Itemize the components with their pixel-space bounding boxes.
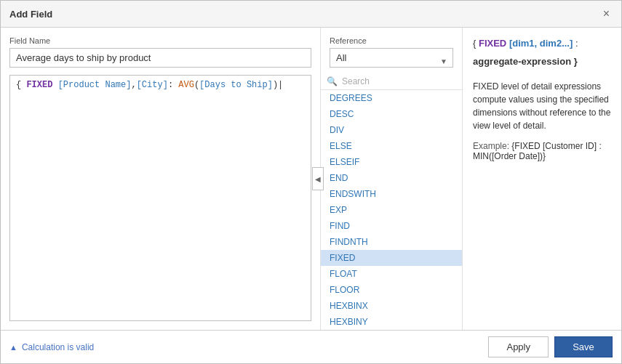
func-FIXED[interactable]: FIXED (321, 250, 462, 266)
calc-status-icon: ▲ (9, 343, 17, 352)
func-FLOAT[interactable]: FLOAT (321, 266, 462, 282)
func-HEXBINX[interactable]: HEXBINX (321, 298, 462, 314)
right-panel: { FIXED [dim1, dim2...] : aggregate-expr… (463, 28, 621, 330)
syntax-aggregate-expr: aggregate-expression } (473, 56, 578, 67)
calc-status-text: Calculation is valid (22, 342, 94, 352)
formula-editor[interactable]: { FIXED [Product Name],[City]: AVG([Days… (9, 75, 311, 321)
search-icon: 🔍 (327, 76, 338, 86)
func-FINDNTH[interactable]: FINDNTH (321, 234, 462, 250)
func-HEXBINY[interactable]: HEXBINY (321, 314, 462, 330)
syntax-box: { FIXED [dim1, dim2...] : aggregate-expr… (473, 36, 611, 70)
middle-panel: Reference All Number String Date Aggrega… (321, 28, 463, 330)
add-field-dialog: Add Field × Field Name { FIXED [Product … (0, 0, 622, 364)
reference-select[interactable]: All Number String Date Aggregate Logical (330, 48, 453, 68)
left-panel: Field Name { FIXED [Product Name],[City]… (1, 28, 321, 330)
footer-buttons: Apply Save (488, 336, 613, 357)
save-button[interactable]: Save (554, 336, 613, 357)
functions-list: DEGREES DESC DIV ELSE ELSEIF END ENDSWIT… (321, 90, 462, 330)
func-ENDSWITH[interactable]: ENDSWITH (321, 186, 462, 202)
field-name-label: Field Name (9, 36, 311, 45)
syntax-brace-open: { (473, 38, 479, 49)
func-DESC[interactable]: DESC (321, 106, 462, 122)
syntax-keyword-fixed: FIXED (479, 38, 506, 49)
reference-label: Reference (321, 28, 462, 48)
close-button[interactable]: × (600, 7, 613, 21)
syntax-colon: : (573, 38, 578, 49)
apply-button[interactable]: Apply (488, 336, 549, 357)
syntax-line-1: { FIXED [dim1, dim2...] : (473, 36, 611, 52)
dialog-footer: ▲ Calculation is valid Apply Save (1, 330, 621, 363)
field-name-input[interactable] (9, 48, 311, 68)
func-ELSEIF[interactable]: ELSEIF (321, 154, 462, 170)
collapse-panel-button[interactable]: ◀ (312, 167, 324, 190)
dialog-title: Add Field (9, 9, 52, 20)
func-FLOOR[interactable]: FLOOR (321, 282, 462, 298)
example-label: Example: {FIXED [Customer ID] : MIN([Ord… (473, 141, 611, 161)
func-DIV[interactable]: DIV (321, 122, 462, 138)
calc-status: ▲ Calculation is valid (9, 342, 94, 352)
description-text: FIXED level of detail expressions comput… (473, 80, 611, 132)
search-input[interactable] (342, 76, 456, 86)
func-END[interactable]: END (321, 170, 462, 186)
func-FIND[interactable]: FIND (321, 218, 462, 234)
syntax-param-dims: [dim1, dim2...] (509, 38, 573, 49)
search-box: 🔍 (321, 73, 462, 90)
func-EXP[interactable]: EXP (321, 202, 462, 218)
dialog-header: Add Field × (1, 1, 621, 28)
example-label-text: Example: (473, 141, 511, 151)
func-DEGREES[interactable]: DEGREES (321, 90, 462, 106)
syntax-line-2: aggregate-expression } (473, 54, 611, 70)
reference-select-wrap: All Number String Date Aggregate Logical… (321, 48, 462, 73)
func-ELSE[interactable]: ELSE (321, 138, 462, 154)
dialog-body: Field Name { FIXED [Product Name],[City]… (1, 28, 621, 330)
